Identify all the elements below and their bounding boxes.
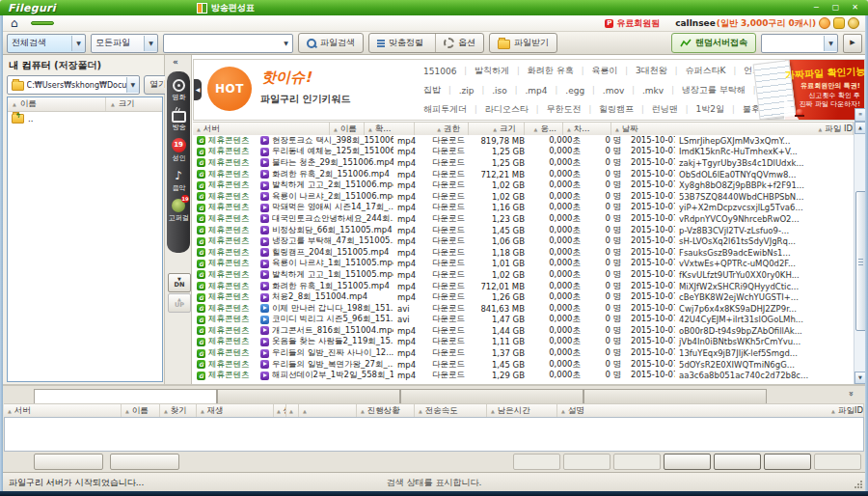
file-type-select[interactable]: 모든파일 ▼ (91, 34, 158, 53)
hot-keyword[interactable]: 런닝맨 (652, 103, 678, 116)
file-row[interactable]: 제휴콘텐츠 처용2_8회_151004.mp4 mp4 다운로드 1,26 GB… (193, 291, 854, 303)
file-row[interactable]: 제휴콘텐츠 해피선데이2부_1박2일_558회_1... mp4 다운로드 1,… (193, 370, 854, 381)
connection-column-header[interactable]: 남은시간 (487, 404, 557, 418)
chevron-down-icon[interactable]: ▼ (144, 36, 157, 51)
file-search-button[interactable]: 파일검색 (298, 33, 364, 53)
connection-tab[interactable] (34, 389, 217, 403)
transfer-button[interactable] (714, 454, 761, 470)
file-column-header[interactable]: 서버 (193, 123, 330, 136)
premium-link[interactable]: 유료회원됨 (616, 17, 660, 30)
collapse-panel-icon[interactable]: « (846, 391, 855, 397)
connection-column-header[interactable]: 재생 (197, 404, 274, 418)
cash-icon[interactable] (848, 17, 859, 29)
file-row[interactable]: 제휴콘텐츠 발칙하게 고고_2회_151006.mp4 mp4 다운로드 1,0… (193, 179, 854, 191)
file-row[interactable]: 제휴콘텐츠 막돼먹은 영애씨 시즌14_17회_... mp4 다운로드 1,1… (193, 203, 854, 214)
file-row[interactable]: 제휴콘텐츠 화려한 유혹_1회_151005.mp4 mp4 다운로드 712,… (193, 281, 854, 292)
avatar-icon[interactable] (819, 17, 830, 29)
file-row[interactable]: 제휴콘텐츠 우리동네 예체능_125회_151006... mp4 다운로드 1… (193, 147, 854, 158)
hot-keyword[interactable]: 1박2일 (696, 103, 724, 116)
file-row[interactable]: 제휴콘텐츠 웃음을 찾는 사람들2_119회_15... mp4 다운로드 1,… (193, 337, 854, 348)
fake-file-promo-banner[interactable]: 가짜파일 확인기능 유료회원만의 특권!신고횟수 확인 후진짜 파일 다운하자! (785, 60, 864, 120)
category-rail-item[interactable]: 영화 (172, 78, 186, 102)
file-row[interactable]: 제휴콘텐츠 이제 만나러 갑니다_198회_151... avi 다운로드 84… (193, 303, 854, 315)
transfer-button[interactable] (664, 454, 711, 470)
file-column-header[interactable]: 차... (563, 123, 611, 136)
options-button[interactable]: 옵션 (435, 34, 483, 52)
connection-column-header[interactable]: 설명 (557, 404, 827, 418)
file-column-header[interactable]: 응... (525, 123, 563, 136)
file-row[interactable]: 제휴콘텐츠 발칙하게 고고_1회_151005.mp4 mp4 다운로드 1,0… (193, 269, 854, 281)
file-row[interactable]: 제휴콘텐츠 육룡이 나르샤_2회_151006.mp4 mp4 다운로드 1,0… (193, 191, 854, 203)
file-column-header[interactable]: 확... (365, 123, 415, 136)
hot-keyword[interactable]: .mp4 (525, 86, 547, 96)
hot-keyword[interactable]: 발칙하게 (475, 65, 509, 77)
file-row[interactable]: 제휴콘텐츠 개그콘서트_816회_151004.mp4 mp4 다운로드 1,4… (193, 325, 854, 337)
file-column-header[interactable]: 파일 ID (814, 123, 854, 136)
save-folder-select[interactable]: C:₩Users₩skhong₩Docur ▼ (7, 75, 140, 95)
list-order-button[interactable] (110, 454, 179, 470)
connection-column-header[interactable] (286, 404, 299, 418)
file-row[interactable]: 제휴콘텐츠 우리들의 일밤_복면가왕_27회_... mp4 다운로드 1,45… (193, 359, 854, 371)
nav-tab[interactable] (31, 21, 54, 25)
connection-column-header[interactable]: 파일ID (827, 404, 864, 418)
hot-keyword[interactable]: 무한도전 (546, 103, 581, 116)
broadcast-schedule-button[interactable]: 방송편성표 (197, 2, 255, 14)
file-row[interactable]: 제휴콘텐츠 비정상회담_66회_151005.mp4 mp4 다운로드 1,45… (193, 225, 854, 236)
file-row[interactable]: 제휴콘텐츠 대국민토크쇼안녕하세요_244회... mp4 다운로드 1,23 … (193, 213, 854, 225)
connection-column-header[interactable]: 전송속도 (415, 404, 487, 418)
collapse-sidebar-icon[interactable]: « (173, 57, 178, 67)
category-rail-item[interactable]: 방송 (172, 108, 186, 132)
scroll-down-button[interactable]: ▼DN (168, 273, 191, 292)
hot-keyword[interactable]: 라디오스타 (485, 103, 529, 116)
hot-keyword[interactable]: 151006 (423, 67, 456, 76)
list-order-button[interactable] (34, 454, 103, 470)
chevron-down-icon[interactable]: ▼ (824, 36, 837, 51)
connection-column-header[interactable]: 이름 (122, 404, 160, 418)
category-rail-item[interactable]: 19 고퍼걸 (168, 199, 190, 223)
home-icon[interactable]: ⌂ (11, 16, 18, 31)
file-column-header[interactable]: 권한 (415, 123, 469, 136)
hot-keyword[interactable]: 3대천왕 (636, 65, 667, 77)
column-name[interactable]: 이름 (8, 97, 106, 111)
connect-arrow-button[interactable]: ▶ (843, 34, 862, 53)
hot-keyword[interactable]: .iso (492, 86, 507, 96)
hot-keyword[interactable]: .mov (603, 86, 624, 96)
file-row[interactable]: 제휴콘텐츠 현장토크쇼 택시_398회_151006... mp4 다운로드 8… (193, 135, 854, 147)
chevron-down-icon[interactable]: ▼ (71, 36, 85, 51)
hot-keyword[interactable]: .zip (459, 86, 475, 96)
search-scope-select[interactable]: 전체검색 ▼ (7, 34, 86, 53)
category-rail-item[interactable]: 19 성인 (172, 138, 186, 163)
connection-column-header[interactable]: 상태 (274, 404, 286, 418)
parent-folder-row[interactable]: .. (8, 112, 162, 124)
close-icon[interactable]: ✕ (847, 2, 863, 14)
custom-sort-button[interactable]: 맞춤정렬 (369, 34, 431, 52)
resize-grip[interactable] (854, 481, 862, 488)
hot-keyword[interactable]: .egg (565, 86, 584, 96)
connection-tab[interactable] (400, 389, 583, 403)
category-rail-item[interactable]: 음악 (172, 169, 186, 193)
guri-point-icon[interactable] (833, 17, 845, 29)
transfer-button[interactable] (814, 454, 861, 470)
hot-keyword[interactable]: 화려한 유혹 (528, 65, 574, 77)
connection-tab[interactable] (217, 389, 400, 403)
column-size[interactable]: 크기 (106, 97, 162, 111)
connection-tab[interactable] (583, 389, 767, 403)
file-row[interactable]: 제휴콘텐츠 화려한 유혹_2회_151006.mp4 mp4 다운로드 712,… (193, 169, 854, 180)
file-row[interactable]: 제휴콘텐츠 불타는 청춘_29회_151006.mp4 mp4 다운로드 1,2… (193, 157, 854, 169)
file-row[interactable]: 제휴콘텐츠 냉장고를 부탁해_47회_151005... mp4 다운로드 1,… (193, 235, 854, 247)
file-row[interactable]: 제휴콘텐츠 힐링캠프_204회_151005.mp4 mp4 다운로드 1,18… (193, 247, 854, 259)
transfer-button[interactable] (613, 454, 661, 470)
hot-keyword[interactable]: 슈퍼스타K (685, 65, 725, 77)
connection-column-header[interactable]: 진행상황 (357, 404, 415, 418)
connection-column-header[interactable] (299, 404, 357, 418)
hot-keyword[interactable]: .mkv (642, 86, 664, 96)
file-row[interactable]: 제휴콘텐츠 우리들의 일밤_진짜 사나이_12... mp4 다운로드 1,37… (193, 347, 854, 359)
transfer-button[interactable] (563, 454, 610, 470)
chevron-down-icon[interactable]: ▼ (126, 77, 139, 93)
collapse-banner-icon[interactable]: ◀ (194, 79, 202, 100)
hot-keyword[interactable]: 힐링캠프 (599, 103, 634, 116)
hot-keyword[interactable]: 해피투게더 (423, 103, 467, 116)
transfer-button[interactable] (764, 454, 811, 470)
file-column-header[interactable]: 이름 (330, 123, 365, 136)
hot-keyword[interactable]: 집밥 (423, 84, 441, 96)
